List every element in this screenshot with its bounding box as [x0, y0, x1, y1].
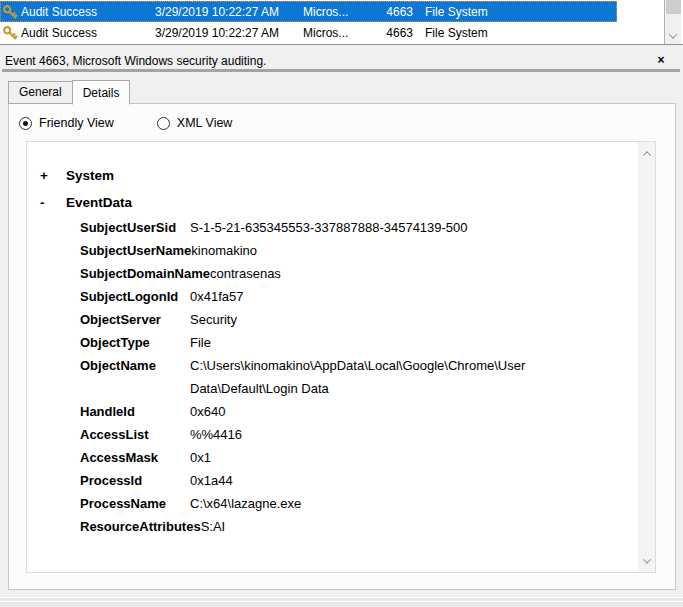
tree-node-fields: SubjectUserSid S-1-5-21-635345553-337887…	[80, 216, 655, 538]
scroll-down-button[interactable]	[638, 553, 655, 568]
event-level: Audit Success	[21, 5, 155, 19]
tree-expander-icon[interactable]: -	[40, 189, 54, 216]
field-name: ProcessName	[80, 492, 190, 515]
event-data-field: AccessMask 0x1	[80, 446, 655, 469]
field-value: %%4416	[190, 423, 242, 446]
event-task-category: File System	[425, 5, 488, 19]
event-data-field: ProcessId 0x1a44	[80, 469, 655, 492]
radio-icon	[157, 117, 170, 130]
header-divider	[2, 69, 680, 72]
event-data-field: SubjectDomainName contrasenas	[80, 262, 655, 285]
event-data-field: ResourceAttributes S:AI	[80, 515, 655, 538]
field-name: ObjectName	[80, 354, 190, 400]
event-list-scrollbar[interactable]	[664, 0, 681, 44]
preview-pane-header: Event 4663, Microsoft Windows security a…	[5, 53, 675, 69]
field-value: C:\Users\kinomakino\AppData\Local\Google…	[190, 354, 530, 400]
event-id: 4663	[385, 5, 413, 19]
event-source: Micros...	[303, 26, 385, 40]
field-name: ResourceAttributes	[80, 515, 201, 538]
tree-node-eventdata: - EventData SubjectUserSid S-1-5-21-6353…	[40, 189, 655, 538]
view-option-friendly-view[interactable]: Friendly View	[19, 116, 114, 130]
view-option-xml-view[interactable]: XML View	[157, 116, 233, 130]
scroll-up-button[interactable]	[638, 146, 655, 161]
field-value: S:AI	[201, 515, 226, 538]
radio-icon	[19, 117, 32, 130]
tree-node-label: System	[66, 162, 114, 189]
field-value: S-1-5-21-635345553-337887888-34574139-50…	[190, 216, 468, 239]
tree-node-label: EventData	[66, 189, 132, 216]
event-id: 4663	[385, 26, 413, 40]
bottom-splitter[interactable]	[0, 597, 683, 607]
field-name: ObjectServer	[80, 308, 190, 331]
event-data-tree: + System - EventData SubjectUserSid S-1-…	[27, 142, 655, 538]
event-list-row[interactable]: Audit Success 3/29/2019 10:22:27 AM Micr…	[0, 22, 617, 43]
event-rows: Audit Success 3/29/2019 10:22:27 AM Micr…	[0, 0, 683, 45]
view-option-label: Friendly View	[39, 116, 114, 130]
event-data-field: SubjectLogonId 0x41fa57	[80, 285, 655, 308]
scroll-down-button[interactable]	[665, 28, 681, 43]
field-value: 0x1a44	[190, 469, 233, 492]
field-value: 0x1	[190, 446, 211, 469]
audit-success-key-icon	[2, 25, 18, 41]
field-name: AccessMask	[80, 446, 190, 469]
view-options: Friendly View XML View	[19, 116, 275, 130]
field-value: C:\x64\lazagne.exe	[190, 492, 301, 515]
event-datetime: 3/29/2019 10:22:27 AM	[155, 26, 303, 40]
event-list-row[interactable]: Audit Success 3/29/2019 10:22:27 AM Micr…	[0, 1, 617, 22]
tree-scrollbar[interactable]	[638, 142, 655, 572]
close-icon[interactable]: ×	[653, 53, 669, 69]
tree-node-system: + System	[40, 162, 655, 189]
chevron-down-icon	[642, 555, 650, 563]
event-data-field: ProcessName C:\x64\lazagne.exe	[80, 492, 655, 515]
friendly-view-box: + System - EventData SubjectUserSid S-1-…	[26, 141, 656, 573]
field-name: SubjectLogonId	[80, 285, 190, 308]
tab-label: General	[19, 85, 62, 99]
event-task-category: File System	[425, 26, 488, 40]
scrollbar-thumb[interactable]	[666, 0, 681, 14]
field-name: ProcessId	[80, 469, 190, 492]
chevron-down-icon	[669, 30, 677, 38]
field-name: ObjectType	[80, 331, 190, 354]
event-datetime: 3/29/2019 10:22:27 AM	[155, 5, 303, 19]
field-name: SubjectUserName	[80, 239, 191, 262]
field-name: SubjectDomainName	[80, 262, 210, 285]
event-data-field: ObjectServer Security	[80, 308, 655, 331]
field-value: 0x41fa57	[190, 285, 244, 308]
event-list-row[interactable]	[0, 43, 617, 45]
audit-success-key-icon	[2, 4, 18, 20]
field-value: 0x640	[190, 400, 225, 423]
details-tab-panel: Friendly View XML View + System - EventD…	[8, 103, 676, 590]
tab-label: Details	[83, 86, 120, 100]
event-data-field: AccessList %%4416	[80, 423, 655, 446]
event-list: Audit Success 3/29/2019 10:22:27 AM Micr…	[0, 0, 683, 45]
field-value: Security	[190, 308, 237, 331]
event-title: Event 4663, Microsoft Windows security a…	[5, 54, 653, 68]
field-name: AccessList	[80, 423, 190, 446]
field-name: HandleId	[80, 400, 190, 423]
tab-details[interactable]: Details	[72, 80, 131, 105]
event-data-field: SubjectUserName kinomakino	[80, 239, 655, 262]
event-source: Micros...	[303, 5, 385, 19]
field-value: contrasenas	[210, 262, 281, 285]
event-data-field: SubjectUserSid S-1-5-21-635345553-337887…	[80, 216, 655, 239]
tab-general[interactable]: General	[8, 81, 72, 104]
field-name: SubjectUserSid	[80, 216, 190, 239]
chevron-up-icon	[642, 151, 650, 159]
field-value: File	[190, 331, 211, 354]
view-option-label: XML View	[177, 116, 233, 130]
event-data-field: ObjectName C:\Users\kinomakino\AppData\L…	[80, 354, 655, 400]
field-value: kinomakino	[191, 239, 257, 262]
tab-strip: General Details	[8, 80, 130, 104]
event-data-field: HandleId 0x640	[80, 400, 655, 423]
event-level: Audit Success	[21, 26, 155, 40]
tree-expander-icon[interactable]: +	[40, 162, 54, 189]
event-data-field: ObjectType File	[80, 331, 655, 354]
